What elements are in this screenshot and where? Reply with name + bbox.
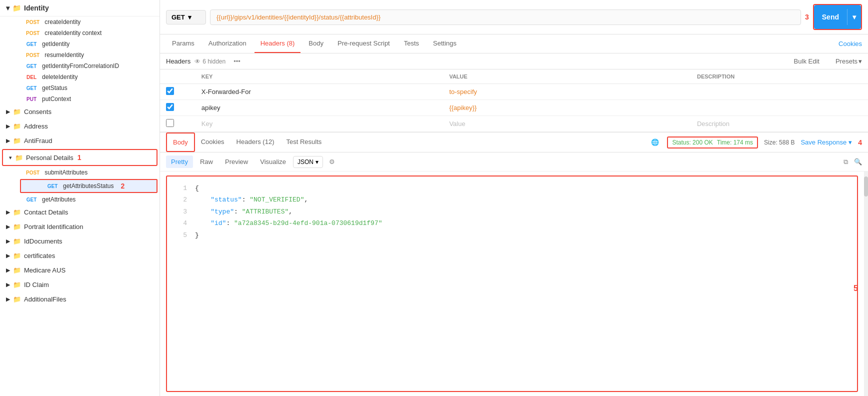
row2-value[interactable]: {{apikey}} (443, 100, 691, 116)
bulk-edit-button[interactable]: Bulk Edit (794, 58, 820, 65)
sidebar-item-resumeIdentity[interactable]: POST resumeIdentity (0, 50, 160, 60)
chevron-down-icon: ▾ (6, 4, 10, 12)
th-value: VALUE (443, 70, 691, 84)
chevron-right-icon6: ▶ (6, 238, 10, 244)
sidebar-item-personalDetails[interactable]: ▾ 📁 Personal Details 1 (2, 149, 158, 166)
folder-icon3: 📁 (13, 122, 21, 130)
tab-params[interactable]: Params (166, 34, 200, 53)
sidebar-item-getIdentityFromCorrelationID[interactable]: GET getIdentityFromCorrelationID (0, 60, 160, 72)
tab-body[interactable]: Body (302, 34, 330, 53)
format-tab-preview[interactable]: Preview (220, 156, 253, 168)
row2-checkbox[interactable] (166, 103, 174, 111)
sidebar-item-getAttributesStatus[interactable]: GET getAttributesStatus 2 (20, 179, 158, 193)
tab-settings[interactable]: Settings (427, 34, 462, 53)
cookies-link[interactable]: Cookies (838, 40, 862, 48)
chevron-right-icon9: ▶ (6, 282, 10, 288)
format-tab-visualize[interactable]: Visualize (255, 156, 291, 168)
row1-key[interactable]: X-Forwarded-For (196, 84, 444, 100)
folder-icon10: 📁 (13, 266, 21, 274)
sidebar-item-submitAttributes[interactable]: POST submitAttributes (0, 167, 160, 178)
sidebar-item-label: putContext (42, 96, 71, 102)
sidebar-item-putContext[interactable]: PUT putContext (0, 94, 160, 104)
line-content-1: { (195, 182, 199, 194)
format-tab-pretty[interactable]: Pretty (166, 156, 193, 168)
json-key-type: "type" (210, 208, 234, 216)
sidebar-item-idClaim[interactable]: ▶ 📁 ID Claim (0, 278, 160, 292)
row1-check (160, 84, 196, 100)
format-tabs: Pretty Raw Preview Visualize JSON ▾ ⚙ ⧉ … (160, 152, 868, 172)
sidebar-item-additionalFiles[interactable]: ▶ 📁 AdditionalFiles (0, 292, 160, 306)
chevron-down-icon6: ▾ (316, 158, 318, 166)
response-area: Body Cookies Headers (12) Test Results 🌐… (160, 132, 868, 396)
step1-label: 1 (78, 154, 82, 162)
line-content-3: "type": "ATTRIBUTES", (195, 206, 292, 218)
row3-value[interactable]: Value (443, 116, 691, 132)
chevron-right-icon2: ▶ (6, 123, 10, 130)
response-tab-cookies[interactable]: Cookies (195, 133, 230, 152)
json-select[interactable]: JSON ▾ (293, 156, 323, 168)
url-input[interactable] (210, 10, 801, 25)
line-content-2: "status": "NOT_VERIFIED", (195, 194, 308, 206)
chevron-down-icon2: ▾ (9, 154, 12, 161)
more-icon[interactable]: ••• (234, 58, 240, 65)
line-content-4: "id": "a72a8345-b29d-4efd-901a-0730619d1… (195, 218, 382, 229)
sidebar-item-createIdentity[interactable]: POST createIdentity (0, 16, 160, 28)
line-num-2: 2 (177, 194, 187, 206)
sidebar-item-getAttributes[interactable]: GET getAttributes (0, 194, 160, 205)
copy-icon[interactable]: ⧉ (844, 158, 848, 166)
sidebar-label: Contact Details (24, 208, 68, 216)
sidebar-item-label: createIdentity (44, 18, 80, 26)
response-status-bar: 🌐 Status: 200 OK Time: 174 ms Size: 588 … (651, 136, 862, 148)
scrollbar[interactable] (864, 172, 868, 396)
scroll-thumb[interactable] (864, 176, 868, 196)
row2-check (160, 100, 196, 116)
sidebar-item-deleteIdentity[interactable]: DEL deleteIdentity (0, 72, 160, 82)
sidebar-title: ▾ 📁 Identity (0, 0, 160, 16)
row3-checkbox[interactable] (166, 119, 174, 127)
status-highlighted-box: Status: 200 OK Time: 174 ms (667, 136, 758, 148)
sidebar-item-getStatus[interactable]: GET getStatus (0, 82, 160, 94)
sidebar-item-idDocuments[interactable]: ▶ 📁 IdDocuments (0, 234, 160, 248)
row3-key[interactable]: Key (196, 116, 444, 132)
row2-key[interactable]: apikey (196, 100, 444, 116)
code-line-3: 3 "type": "ATTRIBUTES", (177, 206, 847, 218)
save-response-button[interactable]: Save Response ▾ (800, 138, 852, 146)
sidebar-label: Consents (24, 108, 52, 116)
sidebar-item-createIdentityContext[interactable]: POST createIdentity context (0, 28, 160, 38)
request-tabs: Params Authorization Headers (8) Body Pr… (160, 34, 868, 54)
sidebar-item-certificates[interactable]: ▶ 📁 certificates (0, 248, 160, 263)
th-check (160, 70, 196, 84)
send-dropdown-icon[interactable]: ▾ (847, 9, 861, 25)
url-bar: GET ▾ 3 Send ▾ (160, 0, 868, 34)
row1-checkbox[interactable] (166, 87, 174, 95)
tab-tests[interactable]: Tests (398, 34, 425, 53)
response-tab-body[interactable]: Body (166, 132, 195, 152)
sidebar-label: Personal Details (26, 154, 74, 162)
sidebar-item-medicareAUS[interactable]: ▶ 📁 Medicare AUS (0, 263, 160, 278)
sidebar-item-consents[interactable]: ▶ 📁 Consents (0, 104, 160, 119)
format-tab-raw[interactable]: Raw (195, 156, 218, 168)
row1-desc[interactable] (691, 84, 868, 100)
sidebar-item-label: getIdentityFromCorrelationID (42, 62, 119, 70)
row1-value[interactable]: to-specify (443, 84, 691, 100)
response-tab-testresults[interactable]: Test Results (280, 133, 328, 152)
row3-desc[interactable]: Description (691, 116, 868, 132)
sidebar-item-contactDetails[interactable]: ▶ 📁 Contact Details (0, 205, 160, 220)
sidebar-label: Medicare AUS (24, 266, 66, 274)
sidebar-item-portraitId[interactable]: ▶ 📁 Portrait Identification (0, 220, 160, 234)
send-button[interactable]: Send ▾ (814, 5, 861, 29)
filter-icon[interactable]: ⚙ (329, 158, 335, 166)
code-line-4: 4 "id": "a72a8345-b29d-4efd-901a-0730619… (177, 218, 847, 229)
sidebar-item-antifraud[interactable]: ▶ 📁 AntiFraud (0, 134, 160, 148)
response-tab-headers[interactable]: Headers (12) (230, 133, 280, 152)
sidebar-item-getIdentity[interactable]: GET getIdentity (0, 38, 160, 50)
search-icon[interactable]: 🔍 (854, 158, 862, 166)
sidebar-item-address[interactable]: ▶ 📁 Address (0, 119, 160, 134)
tab-pre-request[interactable]: Pre-request Script (332, 34, 396, 53)
status-time: Time: 174 ms (717, 139, 753, 146)
row2-desc[interactable] (691, 100, 868, 116)
tab-authorization[interactable]: Authorization (202, 34, 252, 53)
presets-button[interactable]: Presets ▾ (836, 58, 862, 65)
tab-headers[interactable]: Headers (8) (254, 34, 301, 53)
method-select[interactable]: GET ▾ (166, 10, 206, 24)
